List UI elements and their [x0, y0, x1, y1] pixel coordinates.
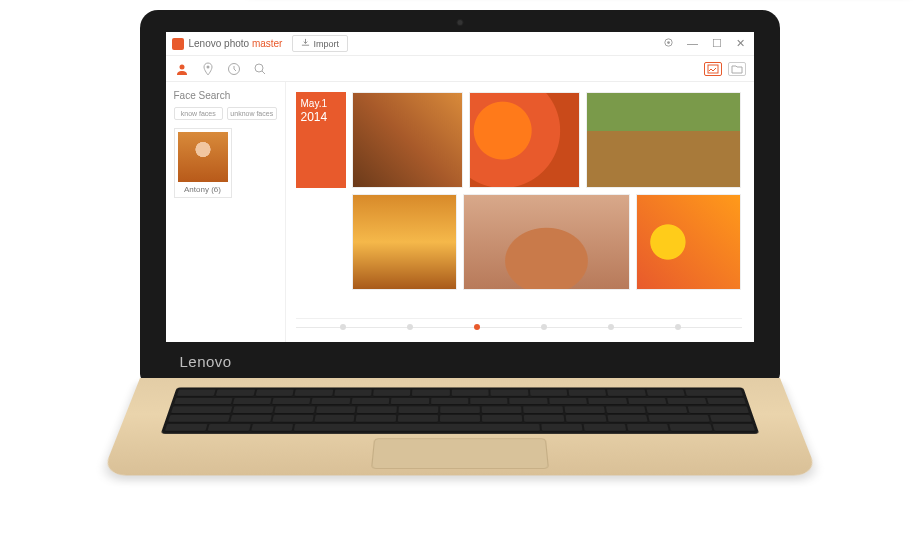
timeline-marker[interactable] [541, 324, 547, 330]
titlebar: Lenovo photo master Import — ☐ ✕ [166, 32, 754, 56]
face-filter-chips: know faces unknow faces [174, 107, 277, 120]
timeline-marker[interactable] [608, 324, 614, 330]
photo-thumbnail[interactable] [352, 194, 457, 290]
trackpad [371, 438, 549, 468]
close-button[interactable]: ✕ [734, 37, 748, 50]
date-year: 2014 [301, 110, 341, 124]
date-tile[interactable]: May.1 2014 [296, 92, 346, 188]
app-logo-icon [172, 38, 184, 50]
import-icon [301, 38, 310, 49]
app-title-prefix: Lenovo photo [189, 38, 252, 49]
svg-point-5 [255, 64, 263, 72]
timeline-marker[interactable] [407, 324, 413, 330]
timeline-track [296, 327, 742, 328]
svg-rect-6 [708, 65, 718, 73]
face-label: Antony (6) [178, 185, 228, 194]
date-label: May.1 [301, 98, 341, 110]
timeline-marker[interactable] [340, 324, 346, 330]
keyboard-deck [101, 378, 818, 475]
gallery: May.1 2014 [286, 82, 754, 342]
laptop-frame: Lenovo photo master Import — ☐ ✕ [140, 10, 780, 508]
timeline-scrubber[interactable] [296, 318, 742, 336]
face-count: (6) [211, 185, 221, 194]
location-tab-icon[interactable] [200, 61, 216, 77]
search-tab-icon[interactable] [252, 61, 268, 77]
grid-view-button[interactable] [704, 62, 722, 76]
folder-view-button[interactable] [728, 62, 746, 76]
app-title: Lenovo photo master [189, 38, 283, 49]
sidebar-title: Face Search [174, 90, 277, 101]
photo-thumbnail[interactable] [636, 194, 741, 290]
toolbar [166, 56, 754, 82]
webcam [457, 20, 462, 25]
app-title-accent: master [252, 38, 283, 49]
face-thumbnail [178, 132, 228, 182]
keyboard [160, 387, 759, 433]
unknown-faces-chip[interactable]: unknow faces [227, 107, 277, 120]
minimize-button[interactable]: — [686, 37, 700, 50]
settings-icon[interactable] [662, 37, 676, 50]
svg-point-2 [179, 64, 184, 69]
photo-thumbnail[interactable] [469, 92, 580, 188]
photo-thumbnail[interactable] [352, 92, 463, 188]
people-tab-icon[interactable] [174, 61, 190, 77]
laptop-brand: Lenovo [180, 353, 232, 370]
face-name: Antony [184, 185, 209, 194]
time-tab-icon[interactable] [226, 61, 242, 77]
known-faces-chip[interactable]: know faces [174, 107, 224, 120]
import-button[interactable]: Import [292, 35, 348, 52]
svg-point-3 [206, 65, 209, 68]
svg-point-1 [667, 41, 670, 44]
timeline-marker-active[interactable] [474, 324, 480, 330]
content-area: Face Search know faces unknow faces Anto… [166, 82, 754, 342]
photo-grid: May.1 2014 [296, 92, 742, 290]
photo-thumbnail[interactable] [463, 194, 630, 290]
photo-thumbnail[interactable] [586, 92, 741, 188]
face-card[interactable]: Antony (6) [174, 128, 232, 198]
view-toggles [704, 62, 746, 76]
maximize-button[interactable]: ☐ [710, 37, 724, 50]
sidebar: Face Search know faces unknow faces Anto… [166, 82, 286, 342]
timeline-marker[interactable] [675, 324, 681, 330]
screen-bezel: Lenovo photo master Import — ☐ ✕ [140, 10, 780, 382]
app-window: Lenovo photo master Import — ☐ ✕ [166, 32, 754, 342]
import-label: Import [313, 39, 339, 49]
window-controls: — ☐ ✕ [662, 37, 748, 50]
